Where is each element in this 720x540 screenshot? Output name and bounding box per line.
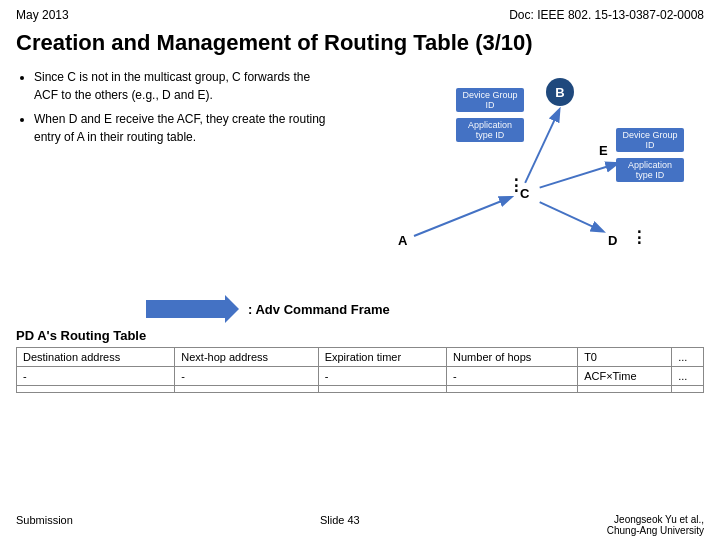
- node-e: E: [599, 143, 608, 158]
- table-header-row: Destination address Next-hop address Exp…: [17, 348, 704, 367]
- svg-line-1: [525, 110, 559, 183]
- svg-line-2: [540, 164, 617, 188]
- page-title: Creation and Management of Routing Table…: [16, 30, 704, 56]
- cell-hop-1: -: [175, 367, 318, 386]
- box-device-group-1: Device Group ID: [456, 88, 524, 112]
- routing-table: Destination address Next-hop address Exp…: [16, 347, 704, 393]
- cell-dest-2: [17, 386, 175, 393]
- footer: Submission Slide 43 Jeongseok Yu et al.,…: [0, 508, 720, 540]
- footer-slide: Slide 43: [320, 514, 360, 536]
- node-a: A: [398, 233, 407, 248]
- box-device-group-2: Device Group ID: [616, 128, 684, 152]
- col-expiration: Expiration timer: [318, 348, 446, 367]
- diagram-section: B Device Group ID Application type ID C …: [356, 68, 704, 288]
- cell-numhop-1: -: [447, 367, 578, 386]
- col-t0: T0: [578, 348, 672, 367]
- cell-exp-2: [318, 386, 446, 393]
- col-destination: Destination address: [17, 348, 175, 367]
- node-b: B: [546, 78, 574, 106]
- footer-submission: Submission: [16, 514, 73, 536]
- cell-t0-1: ACF×Time: [578, 367, 672, 386]
- footer-author: Jeongseok Yu et al.,: [607, 514, 704, 525]
- box-app-type-2: Application type ID: [616, 158, 684, 182]
- header-doc: Doc: IEEE 802. 15-13-0387-02-0008: [509, 8, 704, 22]
- cell-numhop-2: [447, 386, 578, 393]
- cell-exp-1: -: [318, 367, 446, 386]
- acf-label: : Adv Command Frame: [248, 302, 390, 317]
- cell-dest-1: -: [17, 367, 175, 386]
- col-hops: Number of hops: [447, 348, 578, 367]
- title-section: Creation and Management of Routing Table…: [0, 26, 720, 64]
- col-nexthop: Next-hop address: [175, 348, 318, 367]
- table-row: - - - - ACF×Time ...: [17, 367, 704, 386]
- cell-dots-1: ...: [672, 367, 704, 386]
- bullet-section: Since C is not in the multicast group, C…: [16, 68, 336, 288]
- cell-dots-2: [672, 386, 704, 393]
- cell-t0-2: [578, 386, 672, 393]
- dots-c: ⋮: [508, 176, 524, 195]
- box-app-type-1: Application type ID: [456, 118, 524, 142]
- footer-right: Jeongseok Yu et al., Chung-Ang Universit…: [607, 514, 704, 536]
- col-dots: ...: [672, 348, 704, 367]
- svg-line-3: [540, 202, 603, 231]
- bullet-item-1: Since C is not in the multicast group, C…: [34, 68, 336, 104]
- header: May 2013 Doc: IEEE 802. 15-13-0387-02-00…: [0, 0, 720, 26]
- content-area: Since C is not in the multicast group, C…: [0, 64, 720, 292]
- table-row: [17, 386, 704, 393]
- header-date: May 2013: [16, 8, 69, 22]
- diagram-canvas: B Device Group ID Application type ID C …: [356, 68, 704, 288]
- cell-hop-2: [175, 386, 318, 393]
- acf-arrow-shape: [146, 300, 226, 318]
- acf-arrow-section: : Adv Command Frame: [0, 292, 720, 326]
- dots-d: ⋮: [631, 228, 647, 247]
- routing-section: PD A's Routing Table Destination address…: [0, 326, 720, 395]
- arrow-head: [225, 295, 239, 323]
- bullet-item-2: When D and E receive the ACF, they creat…: [34, 110, 336, 146]
- footer-university: Chung-Ang University: [607, 525, 704, 536]
- node-d: D: [608, 233, 617, 248]
- routing-title: PD A's Routing Table: [16, 328, 704, 343]
- bullet-list: Since C is not in the multicast group, C…: [16, 68, 336, 146]
- svg-line-0: [414, 197, 511, 236]
